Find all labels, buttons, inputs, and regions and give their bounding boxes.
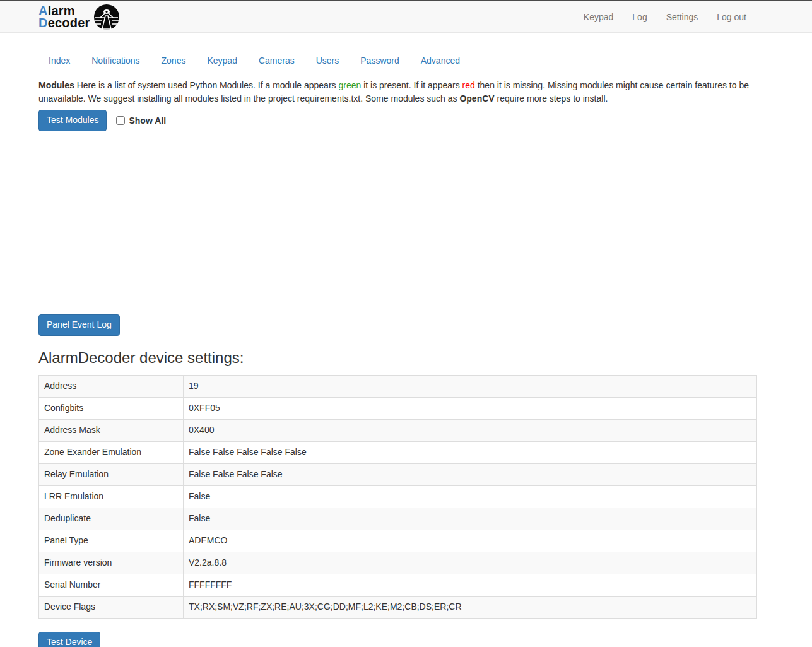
red-status-word: red <box>462 80 475 90</box>
device-setting-label: Panel Type <box>39 530 184 552</box>
device-setting-label: Serial Number <box>39 574 184 596</box>
modules-description-text: it is present. If it appears <box>361 80 462 90</box>
device-setting-value: False False False False False <box>184 441 757 463</box>
device-setting-value: False <box>184 485 757 508</box>
device-setting-value: TX;RX;SM;VZ;RF;ZX;RE;AU;3X;CG;DD;MF;L2;K… <box>184 596 757 618</box>
tab-index[interactable]: Index <box>38 49 80 73</box>
table-row: Serial NumberFFFFFFFF <box>39 574 757 596</box>
device-setting-label: Configbits <box>39 397 184 419</box>
device-setting-label: Zone Exander Emulation <box>39 441 184 463</box>
device-setting-label: Deduplicate <box>39 508 184 530</box>
navbar: Alarm Decoder KeypadLogSettingsLog out <box>0 1 812 33</box>
main-content: IndexNotificationsZonesKeypadCamerasUser… <box>38 49 757 647</box>
table-row: Panel TypeADEMCO <box>39 530 757 552</box>
navbar-menu: KeypadLogSettingsLog out <box>574 3 756 32</box>
device-setting-value: FFFFFFFF <box>184 574 757 596</box>
device-setting-value: False False False False <box>184 463 757 485</box>
brand-letters: ecoder <box>48 16 90 30</box>
modules-description-lead: Modules <box>38 80 74 90</box>
tab-password[interactable]: Password <box>350 49 409 73</box>
tab-advanced[interactable]: Advanced <box>411 49 470 73</box>
device-setting-label: Address <box>39 375 184 397</box>
device-settings-heading: AlarmDecoder device settings: <box>38 349 757 367</box>
table-row: LRR EmulationFalse <box>39 485 757 508</box>
test-device-row: Test Device <box>38 632 757 647</box>
tab-users[interactable]: Users <box>306 49 350 73</box>
nav-item-settings[interactable]: Settings <box>657 3 708 32</box>
alarmdecoder-lighthouse-icon <box>93 4 120 30</box>
nav-item-log-out[interactable]: Log out <box>707 3 756 32</box>
table-row: Device FlagsTX;RX;SM;VZ;RF;ZX;RE;AU;3X;C… <box>39 596 757 618</box>
green-status-word: green <box>338 80 361 90</box>
module-results-area <box>38 131 757 314</box>
modules-description-text: Here is a list of system used Python Mod… <box>74 80 339 90</box>
panel-log-row: Panel Event Log <box>38 314 757 336</box>
device-setting-label: Device Flags <box>39 596 184 618</box>
device-setting-label: LRR Emulation <box>39 485 184 508</box>
tab-keypad[interactable]: Keypad <box>197 49 247 73</box>
page-tabs: IndexNotificationsZonesKeypadCamerasUser… <box>38 49 757 73</box>
nav-item-keypad[interactable]: Keypad <box>574 3 623 32</box>
table-row: DeduplicateFalse <box>39 508 757 530</box>
device-setting-value: 0X400 <box>184 419 757 441</box>
modules-description: Modules Here is a list of system used Py… <box>38 79 757 105</box>
device-setting-label: Firmware version <box>39 552 184 574</box>
tab-cameras[interactable]: Cameras <box>249 49 305 73</box>
show-all-label: Show All <box>129 116 166 126</box>
device-settings-table-body: Address19Configbits0XFF05Address Mask0X4… <box>39 375 757 618</box>
brand-accent-letter: D <box>38 16 48 30</box>
device-setting-value: 0XFF05 <box>184 397 757 419</box>
brand-wordmark: Alarm Decoder <box>38 5 90 29</box>
table-row: Zone Exander EmulationFalse False False … <box>39 441 757 463</box>
opencv-word: OpenCV <box>459 93 494 104</box>
table-row: Address19 <box>39 375 757 397</box>
table-row: Configbits0XFF05 <box>39 397 757 419</box>
nav-item-log[interactable]: Log <box>623 3 656 32</box>
table-row: Firmware versionV2.2a.8.8 <box>39 552 757 574</box>
show-all-checkbox[interactable] <box>116 116 125 125</box>
device-setting-label: Relay Emulation <box>39 463 184 485</box>
test-modules-button[interactable]: Test Modules <box>38 110 107 131</box>
tab-zones[interactable]: Zones <box>151 49 196 73</box>
table-row: Address Mask0X400 <box>39 419 757 441</box>
modules-description-text: require more steps to install. <box>495 93 608 104</box>
device-setting-label: Address Mask <box>39 419 184 441</box>
modules-controls: Test Modules Show All <box>38 110 757 131</box>
device-settings-table: Address19Configbits0XFF05Address Mask0X4… <box>38 375 757 619</box>
tab-notifications[interactable]: Notifications <box>81 49 150 73</box>
panel-event-log-button[interactable]: Panel Event Log <box>38 314 120 336</box>
brand-logo[interactable]: Alarm Decoder <box>38 4 120 30</box>
show-all-option[interactable]: Show All <box>116 116 166 126</box>
device-setting-value: ADEMCO <box>184 530 757 552</box>
test-device-button[interactable]: Test Device <box>38 632 100 647</box>
table-row: Relay EmulationFalse False False False <box>39 463 757 485</box>
device-setting-value: V2.2a.8.8 <box>184 552 757 574</box>
device-setting-value: False <box>184 508 757 530</box>
device-setting-value: 19 <box>184 375 757 397</box>
